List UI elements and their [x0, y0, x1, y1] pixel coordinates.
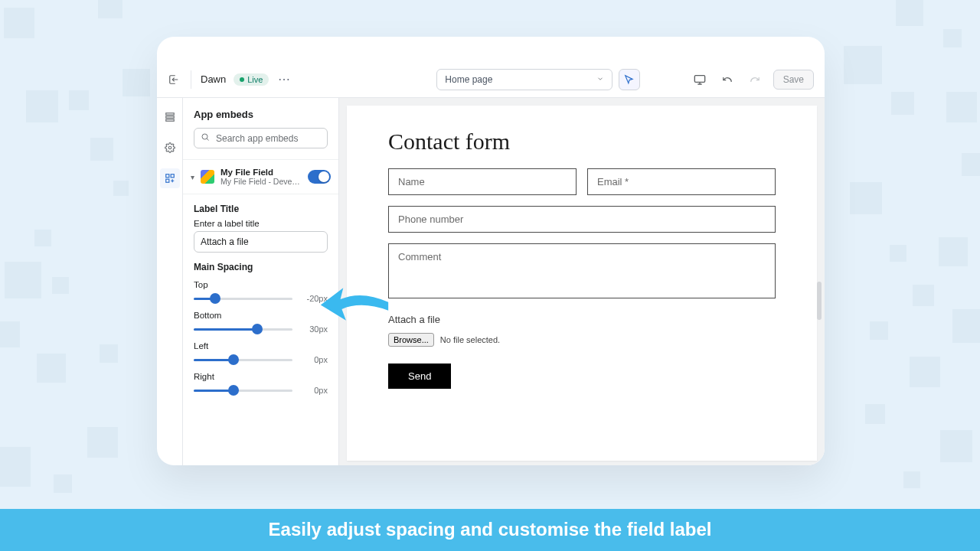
slider-track-right[interactable]	[194, 390, 292, 392]
svg-rect-1	[165, 113, 174, 115]
bg-square	[113, 181, 129, 196]
slider-top: Top -20px	[194, 280, 328, 303]
bg-square	[98, 0, 122, 18]
label-title-help: Enter a label title	[194, 219, 328, 228]
bg-square	[52, 277, 69, 294]
bg-square	[891, 92, 914, 115]
search-placeholder: Search app embeds	[216, 133, 298, 144]
no-file-label: No file selected.	[440, 335, 500, 344]
page-select[interactable]: Home page	[436, 69, 612, 90]
slider-track-left[interactable]	[194, 359, 292, 361]
bg-square	[87, 427, 118, 458]
app-embeds-icon[interactable]	[162, 171, 178, 186]
slider-right: Right 0px	[194, 372, 328, 395]
slider-left: Left 0px	[194, 341, 328, 364]
preview-inner[interactable]: Contact form Name Email * Phone number C…	[347, 106, 817, 461]
browse-button[interactable]: Browse...	[388, 333, 434, 347]
embed-toggle[interactable]	[308, 170, 331, 184]
search-icon	[201, 132, 210, 144]
page-select-label: Home page	[445, 74, 492, 85]
settings-panel: App embeds Search app embeds ▾ My File F…	[183, 98, 339, 465]
slider-track-bottom[interactable]	[194, 328, 292, 331]
form-title: Contact form	[388, 129, 776, 155]
live-label: Live	[247, 75, 263, 84]
embed-subtitle: My File Field - Develop...	[220, 177, 302, 186]
bg-square	[896, 0, 923, 26]
inspector-toggle[interactable]	[619, 69, 640, 90]
search-app-embeds[interactable]: Search app embeds	[194, 128, 328, 148]
bg-square	[844, 46, 882, 84]
phone-input[interactable]: Phone number	[388, 206, 776, 233]
bg-square	[940, 430, 972, 462]
preview-pane: Contact form Name Email * Phone number C…	[339, 98, 825, 465]
section-main-spacing: Main Spacing	[194, 262, 328, 272]
bg-square	[122, 69, 150, 96]
svg-rect-3	[165, 119, 174, 121]
name-input[interactable]: Name	[388, 168, 577, 195]
svg-rect-2	[165, 116, 174, 118]
theme-settings-icon[interactable]	[162, 140, 178, 155]
bg-square	[865, 404, 885, 424]
bg-square	[34, 230, 51, 246]
bg-square	[0, 447, 31, 487]
svg-rect-5	[165, 174, 168, 178]
bg-square	[850, 182, 882, 214]
nav-rail	[157, 98, 183, 465]
caption-bar: Easily adjust spacing and customise the …	[0, 509, 980, 551]
bg-square	[0, 321, 20, 347]
section-label-title: Label Title	[194, 204, 328, 214]
send-button[interactable]: Send	[388, 364, 451, 389]
bg-square	[26, 90, 58, 122]
more-actions-icon[interactable]: ⋯	[276, 72, 292, 86]
bg-square	[5, 262, 41, 298]
viewport-desktop-icon[interactable]	[691, 70, 709, 89]
bg-square	[939, 237, 968, 266]
live-badge: Live	[234, 73, 269, 86]
divider	[191, 70, 191, 89]
scrollbar[interactable]	[817, 282, 822, 320]
svg-point-8	[202, 134, 207, 139]
slider-track-top[interactable]	[194, 298, 292, 300]
bg-square	[903, 471, 920, 488]
chevron-down-icon	[596, 74, 604, 85]
bg-square	[37, 354, 66, 383]
svg-point-4	[168, 146, 172, 149]
bg-square	[952, 309, 980, 343]
redo-icon	[746, 70, 764, 89]
svg-rect-6	[171, 174, 174, 178]
app-icon	[201, 170, 214, 184]
bg-square	[870, 321, 888, 340]
sections-icon[interactable]	[162, 109, 178, 125]
bg-square	[913, 285, 934, 306]
bg-square	[943, 29, 962, 47]
bg-square	[890, 245, 906, 262]
topbar: Dawn Live ⋯ Home page	[157, 37, 825, 98]
svg-rect-0	[694, 75, 704, 82]
embed-name: My File Field	[220, 168, 302, 177]
svg-rect-7	[165, 179, 168, 182]
panel-title: App embeds	[183, 98, 338, 128]
email-input[interactable]: Email *	[587, 168, 776, 195]
bg-square	[100, 344, 118, 363]
embed-row[interactable]: ▾ My File Field My File Field - Develop.…	[183, 159, 338, 194]
attach-label: Attach a file	[388, 314, 776, 325]
chevron-down-icon: ▾	[191, 173, 194, 181]
editor-card: Dawn Live ⋯ Home page	[157, 37, 825, 465]
label-title-input[interactable]	[194, 231, 328, 253]
comment-input[interactable]: Comment	[388, 243, 776, 298]
save-button[interactable]: Save	[773, 70, 814, 90]
exit-editor-icon[interactable]	[165, 74, 183, 85]
bg-square	[910, 357, 940, 387]
bg-square	[962, 153, 980, 176]
bg-square	[54, 474, 72, 493]
bg-square	[4, 8, 34, 38]
slider-bottom: Bottom 30px	[194, 311, 328, 334]
bg-square	[946, 92, 977, 122]
bg-square	[90, 138, 113, 161]
theme-name: Dawn	[201, 73, 226, 85]
bg-square	[69, 90, 89, 110]
undo-icon[interactable]	[718, 70, 737, 89]
